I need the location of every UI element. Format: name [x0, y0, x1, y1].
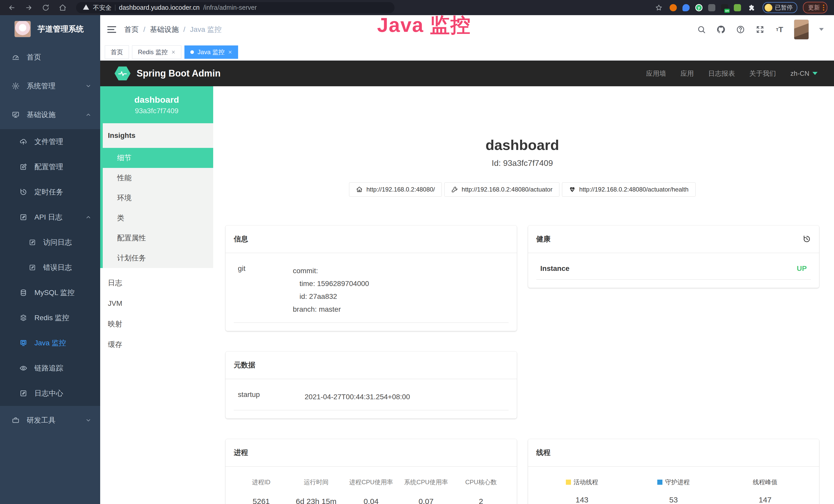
sidebar-item-dev-tools[interactable]: 研发工具: [0, 406, 100, 435]
reload-icon[interactable]: [41, 3, 51, 13]
font-size-icon[interactable]: тT: [774, 24, 785, 35]
sba-item-classes[interactable]: 类: [103, 208, 213, 228]
process-col-cpus: CPU核心数: [454, 478, 509, 486]
sba-item-logs[interactable]: 日志: [100, 273, 213, 293]
sba-item-environment[interactable]: 环境: [103, 188, 213, 208]
process-col-uptime: 运行时间: [289, 478, 344, 486]
sba-item-jvm[interactable]: JVM: [100, 293, 213, 314]
sba-item-config-props[interactable]: 配置属性: [103, 228, 213, 248]
sba-logo-icon[interactable]: [114, 66, 130, 81]
metadata-value: 2021-04-27T00:44:31.254+08:00: [305, 391, 509, 403]
breadcrumb-home[interactable]: 首页: [124, 25, 139, 35]
close-icon[interactable]: [228, 50, 232, 54]
address-bar[interactable]: 不安全 dashboard.yudao.iocoder.cn/infra/adm…: [76, 2, 395, 13]
fullscreen-icon[interactable]: [755, 24, 765, 35]
sba-item-caches[interactable]: 缓存: [100, 334, 213, 355]
sba-nav-wallboard[interactable]: 应用墙: [646, 69, 666, 78]
breadcrumb-infrastructure[interactable]: 基础设施: [150, 25, 179, 35]
log-edit-icon: [20, 213, 27, 221]
git-id-line: id: 27aa832: [293, 290, 509, 303]
leaf-extension-icon[interactable]: [734, 4, 741, 11]
hamburger-icon[interactable]: [107, 26, 116, 33]
wrench-icon: [451, 186, 458, 193]
blue-legend-swatch: [657, 480, 662, 485]
service-url-button[interactable]: http://192.168.0.2:48080/: [349, 182, 442, 197]
user-menu-caret-icon[interactable]: [819, 28, 824, 31]
main-sidebar: 芋道管理系统 首页 系统管理 基础设施 文件管理 配置管理 定时任务 API 日…: [0, 15, 100, 504]
tab-java-monitor[interactable]: Java 监控: [184, 45, 238, 59]
breadcrumb: 首页 / 基础设施 / Java 监控: [124, 25, 222, 35]
sba-item-mappings[interactable]: 映射: [100, 314, 213, 334]
sidebar-item-api-log[interactable]: API 日志: [0, 205, 100, 230]
extension-icon[interactable]: [670, 4, 677, 11]
user-avatar[interactable]: [794, 20, 809, 40]
url-domain[interactable]: dashboard.yudao.iocoder.cn: [119, 4, 200, 11]
github-icon[interactable]: [716, 24, 726, 35]
pin-extension-icon[interactable]: [682, 4, 690, 11]
bookmark-star-icon[interactable]: [654, 3, 664, 13]
help-icon[interactable]: [736, 24, 746, 35]
sidebar-item-home[interactable]: 首页: [0, 43, 100, 72]
search-icon[interactable]: [696, 24, 707, 35]
gauge-icon: [12, 53, 20, 61]
security-label[interactable]: 不安全: [93, 4, 111, 12]
breadcrumb-current: Java 监控: [190, 25, 222, 35]
health-url-button[interactable]: http://192.168.0.2:48080/actuator/health: [562, 182, 696, 197]
sidebar-item-infrastructure[interactable]: 基础设施: [0, 100, 100, 129]
app-title: 芋道管理系统: [38, 24, 84, 35]
sidebar-item-jobs[interactable]: 定时任务: [0, 180, 100, 205]
info-key: git: [238, 265, 293, 316]
process-col-process-cpu: 进程CPU使用率: [344, 478, 399, 486]
sidebar-item-log-center[interactable]: 日志中心: [0, 381, 100, 406]
sidebar-item-mysql-monitor[interactable]: MySQL 监控: [0, 280, 100, 305]
sidebar-item-files[interactable]: 文件管理: [0, 129, 100, 154]
tab-redis-monitor[interactable]: Redis 监控: [132, 45, 181, 59]
sba-nav-journal[interactable]: 日志报表: [708, 69, 735, 78]
browser-menu-dots-icon[interactable]: [823, 5, 824, 10]
actuator-url-button[interactable]: http://192.168.0.2:48080/actuator: [444, 182, 559, 197]
app-logo: [14, 21, 31, 37]
sba-brand-title[interactable]: Spring Boot Admin: [137, 68, 221, 79]
paused-badge[interactable]: 已暂停: [763, 2, 797, 13]
sidebar-item-config[interactable]: 配置管理: [0, 154, 100, 180]
update-button[interactable]: 更新: [803, 2, 827, 13]
url-path[interactable]: /infra/admin-server: [203, 4, 257, 11]
sidebar-item-error-log[interactable]: 错误日志: [0, 255, 100, 280]
sba-item-scheduled-tasks[interactable]: 计划任务: [103, 248, 213, 268]
instance-block[interactable]: dashboard 93a3fc7f7409: [100, 86, 213, 123]
chevron-down-icon: [85, 417, 91, 423]
sba-nav-applications[interactable]: 应用: [680, 69, 694, 78]
app-logo-row[interactable]: 芋道管理系统: [0, 15, 100, 43]
forward-icon[interactable]: [24, 3, 34, 13]
sidebar-item-tracing[interactable]: 链路追踪: [0, 356, 100, 381]
close-icon[interactable]: [171, 50, 175, 54]
tab-label: 首页: [111, 48, 123, 56]
switch-extension-icon[interactable]: on: [721, 4, 728, 11]
sidebar-item-redis-monitor[interactable]: Redis 监控: [0, 305, 100, 330]
tab-home[interactable]: 首页: [105, 45, 129, 59]
breadcrumb-separator: /: [183, 25, 185, 33]
sba-nav-about[interactable]: 关于我们: [749, 69, 776, 78]
history-icon[interactable]: [803, 235, 811, 243]
browser-toolbar-right: y on 已暂停 更新: [654, 2, 827, 13]
log-edit-icon: [29, 239, 36, 246]
locale-selector[interactable]: zh-CN: [790, 70, 817, 77]
extensions-puzzle-icon[interactable]: [747, 3, 757, 13]
history-icon: [20, 188, 27, 196]
screen-icon: [20, 339, 27, 347]
home-icon[interactable]: [58, 3, 68, 13]
info-card: 信息 git commit: time: 1596289704000 id: 2…: [225, 225, 517, 331]
sba-item-details[interactable]: 细节: [103, 148, 213, 168]
sba-item-metrics[interactable]: 性能: [103, 168, 213, 188]
sidebar-item-access-log[interactable]: 访问日志: [0, 230, 100, 255]
info-value: commit: time: 1596289704000 id: 27aa832 …: [293, 265, 509, 316]
process-table: 进程ID 运行时间 进程CPU使用率 系统CPU使用率 CPU核心数 5261 …: [234, 478, 509, 504]
green-extension-icon[interactable]: y: [695, 4, 702, 11]
edit-icon: [20, 163, 27, 171]
sidebar-item-system[interactable]: 系统管理: [0, 72, 100, 100]
sidebar-item-java-monitor[interactable]: Java 监控: [0, 330, 100, 356]
grid-extension-icon[interactable]: [708, 4, 715, 11]
git-time-line: time: 1596289704000: [293, 277, 509, 290]
back-icon[interactable]: [7, 3, 17, 13]
log-edit-icon: [29, 264, 36, 271]
